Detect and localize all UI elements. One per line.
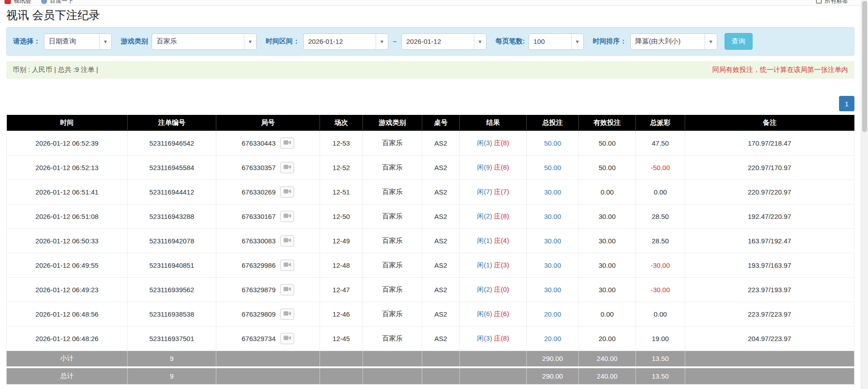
bookmark-item[interactable]: 视讯会 bbox=[5, 0, 31, 5]
total-bet-link[interactable]: 30.00 bbox=[544, 261, 561, 269]
result-cell: 闲(9) 庄(8) bbox=[460, 155, 527, 180]
browser-bookmarks-bar: 视讯会 百度一下 所有标签 bbox=[0, 0, 861, 6]
video-replay-button[interactable] bbox=[280, 211, 294, 222]
time-range-label: 时间区间： bbox=[266, 37, 300, 46]
banker-result: 庄(8) bbox=[494, 212, 509, 220]
bet-records-table: 时间 注单编号 局号 场次 游戏类别 桌号 结果 总投注 有效投注 总派彩 备注… bbox=[6, 115, 854, 384]
vertical-scrollbar[interactable] bbox=[861, 0, 868, 389]
folder-icon bbox=[816, 0, 822, 4]
valid-bet-cell: 30.00 bbox=[579, 228, 636, 253]
query-button[interactable]: 查询 bbox=[725, 33, 753, 50]
info-bar: 币别 : 人民币 | 总共 :9 注单 | 同局有效投注，统一计算在该局第一张注… bbox=[6, 61, 854, 79]
time-cell: 2026-01-12 06:52:39 bbox=[7, 131, 128, 155]
video-replay-button[interactable] bbox=[280, 260, 294, 271]
video-camera-icon bbox=[283, 286, 291, 294]
bet-id-cell: 523116938538 bbox=[128, 302, 216, 326]
page-content: 视讯 会员下注纪录 请选择： 日期查询 ▼ 游戏类别 百家乐 ▼ 时间区间： 2… bbox=[0, 8, 861, 384]
game-type-select[interactable]: 百家乐 ▼ bbox=[152, 33, 257, 50]
video-replay-button[interactable] bbox=[280, 308, 294, 320]
video-replay-button[interactable] bbox=[280, 235, 294, 247]
empty-cell bbox=[422, 367, 460, 384]
table-row: 2026-01-12 06:52:13523116945584676330357… bbox=[7, 155, 854, 180]
payout-cell: 0.00 bbox=[636, 302, 685, 326]
subtotal-total-bet: 290.00 bbox=[527, 351, 579, 367]
date-to-value: 2026-01-12 bbox=[402, 34, 474, 49]
payout-cell: 19.00 bbox=[636, 326, 685, 351]
valid-bet-cell: 30.00 bbox=[579, 204, 636, 228]
player-result: 闲(3) bbox=[477, 334, 492, 342]
video-replay-button[interactable] bbox=[280, 138, 294, 149]
chevron-down-icon[interactable]: ▼ bbox=[376, 34, 388, 49]
table-row: 2026-01-12 06:51:08523116943288676330167… bbox=[7, 204, 854, 228]
round-id: 676330083 bbox=[242, 237, 276, 245]
bet-id-cell: 523116943288 bbox=[128, 204, 216, 228]
total-bet-cell: 30.00 bbox=[527, 253, 579, 277]
video-replay-button[interactable] bbox=[280, 284, 294, 295]
valid-bet-cell: 30.00 bbox=[579, 277, 636, 302]
date-from-select[interactable]: 2026-01-12 ▼ bbox=[303, 33, 388, 50]
page-size-label: 每页笔数: bbox=[496, 37, 525, 46]
chevron-down-icon[interactable]: ▼ bbox=[474, 34, 486, 49]
sort-select[interactable]: 降冪(由大到小) ▼ bbox=[630, 33, 717, 50]
round-id: 676329809 bbox=[242, 310, 276, 318]
total-bet-link[interactable]: 20.00 bbox=[544, 335, 561, 342]
video-replay-button[interactable] bbox=[280, 333, 294, 344]
empty-cell bbox=[216, 351, 320, 367]
scrollbar-thumb[interactable] bbox=[862, 1, 867, 132]
total-bet-link[interactable]: 30.00 bbox=[544, 237, 561, 245]
game-type-cell: 百家乐 bbox=[363, 155, 422, 180]
table-row: 2026-01-12 06:48:26523116937501676329734… bbox=[7, 326, 854, 351]
player-result: 闲(1) bbox=[477, 237, 492, 244]
result-cell: 闲(3) 庄(8) bbox=[460, 131, 527, 155]
chevron-down-icon[interactable]: ▼ bbox=[705, 34, 717, 49]
empty-cell bbox=[685, 367, 854, 384]
total-bet-link[interactable]: 30.00 bbox=[544, 213, 561, 220]
note-cell: 163.97/192.47 bbox=[685, 228, 854, 253]
player-result: 闲(6) bbox=[477, 310, 492, 318]
table-row: 2026-01-12 06:49:55523116940851676329986… bbox=[7, 253, 854, 277]
chevron-down-icon[interactable]: ▼ bbox=[571, 34, 583, 49]
video-replay-button[interactable] bbox=[280, 186, 294, 198]
date-to-select[interactable]: 2026-01-12 ▼ bbox=[401, 33, 486, 50]
total-bet-cell: 20.00 bbox=[527, 302, 579, 326]
range-separator: ~ bbox=[392, 38, 398, 45]
player-result: 闲(7) bbox=[477, 188, 492, 195]
bookmark-item[interactable]: 百度一下 bbox=[41, 0, 73, 5]
total-bet-link[interactable]: 30.00 bbox=[544, 188, 561, 196]
video-camera-icon bbox=[283, 237, 291, 245]
date-type-select[interactable]: 日期查询 ▼ bbox=[44, 33, 112, 50]
note-cell: 192.47/220.97 bbox=[685, 204, 854, 228]
time-cell: 2026-01-12 06:49:23 bbox=[7, 277, 128, 302]
session-cell: 12-45 bbox=[320, 326, 363, 351]
total-bet-cell: 30.00 bbox=[527, 180, 579, 204]
table-row: 2026-01-12 06:52:39523116946542676330443… bbox=[7, 131, 854, 155]
round-cell: 676330443 bbox=[216, 131, 320, 155]
all-bookmarks-button[interactable]: 所有标签 bbox=[816, 0, 848, 5]
video-replay-button[interactable] bbox=[280, 162, 294, 173]
chevron-down-icon[interactable]: ▼ bbox=[244, 34, 256, 49]
banker-result: 庄(8) bbox=[494, 163, 509, 171]
video-camera-icon bbox=[283, 139, 291, 147]
table-row: 2026-01-12 06:48:56523116938538676329809… bbox=[7, 302, 854, 326]
note-cell: 193.97/163.97 bbox=[685, 253, 854, 277]
game-type-cell: 百家乐 bbox=[363, 204, 422, 228]
round-cell: 676330167 bbox=[216, 204, 320, 228]
page-size-value: 100 bbox=[529, 34, 571, 49]
page-size-select[interactable]: 100 ▼ bbox=[529, 33, 584, 50]
col-header-payout: 总派彩 bbox=[636, 115, 685, 131]
payout-cell: 47.50 bbox=[636, 131, 685, 155]
bet-id-cell: 523116942078 bbox=[128, 228, 216, 253]
page-1-button[interactable]: 1 bbox=[839, 96, 854, 111]
total-bet-link[interactable]: 20.00 bbox=[544, 310, 561, 318]
total-bet-link[interactable]: 50.00 bbox=[544, 164, 561, 171]
total-bet-link[interactable]: 30.00 bbox=[544, 286, 561, 294]
banker-result: 庄(3) bbox=[494, 261, 509, 269]
table-no-cell: AS2 bbox=[422, 180, 460, 204]
total-bet-link[interactable]: 50.00 bbox=[544, 139, 561, 147]
col-header-table-no: 桌号 bbox=[422, 115, 460, 131]
col-header-note: 备注 bbox=[685, 115, 854, 131]
video-camera-icon bbox=[283, 188, 291, 196]
round-id: 676330269 bbox=[242, 188, 276, 196]
chevron-down-icon[interactable]: ▼ bbox=[99, 34, 111, 49]
round-cell: 676329986 bbox=[216, 253, 320, 277]
